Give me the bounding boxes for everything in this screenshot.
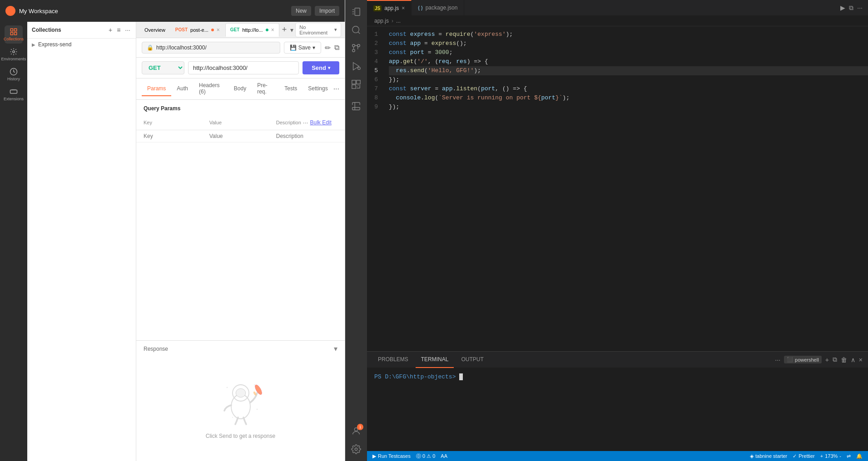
request-tabs-bar: Overview POST post-e... × GET http://lo.… bbox=[136, 22, 345, 38]
send-button[interactable]: Send ▾ bbox=[303, 61, 339, 74]
edit-url-button[interactable]: ✏ bbox=[325, 44, 331, 52]
response-chevron-icon: ▾ bbox=[334, 344, 337, 353]
svg-point-17 bbox=[352, 49, 355, 52]
code-editor[interactable]: 1 2 3 4 5 6 7 8 9 const express = requir… bbox=[367, 26, 868, 351]
svg-rect-0 bbox=[10, 29, 13, 31]
share-url-button[interactable]: ⧉ bbox=[334, 44, 339, 52]
line-num-3: 3 bbox=[367, 48, 385, 57]
statusbar-tabnine[interactable]: ◈ tabnine starter bbox=[750, 453, 787, 459]
editor-tabs: JS app.js × { } package.json ▶ ⧉ ··· bbox=[367, 0, 868, 16]
save-button[interactable]: 💾 Save ▾ bbox=[284, 42, 321, 54]
activity-search[interactable] bbox=[348, 22, 364, 38]
workspace-name: My Workspace bbox=[19, 8, 288, 15]
split-editor-button[interactable]: ⧉ bbox=[849, 4, 853, 12]
activity-accounts[interactable]: 1 bbox=[348, 423, 364, 439]
code-content[interactable]: const express = require('express'); cons… bbox=[385, 26, 868, 351]
terminal-split-button[interactable]: ⧉ bbox=[833, 356, 837, 363]
terminal-tab-output[interactable]: OUTPUT bbox=[456, 352, 489, 368]
tabs-dropdown-button[interactable]: ▾ bbox=[289, 25, 294, 34]
statusbar-run-tests[interactable]: ▶ Run Testcases bbox=[372, 453, 411, 459]
param-placeholder-row bbox=[136, 130, 345, 142]
terminal-tab-problems[interactable]: PROBLEMS bbox=[372, 352, 414, 368]
sidebar-item-environments[interactable]: Environments bbox=[5, 45, 23, 64]
activity-extensions[interactable] bbox=[348, 76, 364, 93]
send-dropdown-icon: ▾ bbox=[328, 65, 330, 70]
response-empty-message: Click Send to get a response bbox=[206, 433, 275, 439]
svg-point-11 bbox=[226, 387, 227, 388]
new-terminal-button[interactable]: + bbox=[825, 356, 829, 363]
sidebar-item-history[interactable]: History bbox=[5, 65, 23, 83]
table-actions: ··· Bulk Edit bbox=[303, 119, 332, 126]
statusbar-notifications[interactable]: 🔔 bbox=[856, 453, 863, 459]
editor-tab-actions: ▶ ⧉ ··· bbox=[835, 4, 868, 12]
save-icon: 💾 bbox=[290, 44, 297, 51]
terminal-close-button[interactable]: × bbox=[859, 356, 863, 363]
shell-selector[interactable]: ⬛ powershell bbox=[784, 356, 822, 363]
sort-collections-button[interactable]: ≡ bbox=[116, 25, 121, 34]
svg-rect-21 bbox=[352, 80, 356, 84]
svg-point-12 bbox=[256, 409, 257, 410]
terminal-tab-terminal[interactable]: TERMINAL bbox=[416, 352, 454, 368]
statusbar-errors[interactable]: ⓪ 0 ⚠ 0 bbox=[416, 453, 435, 460]
activity-run-debug[interactable] bbox=[348, 58, 364, 74]
activity-source-control[interactable] bbox=[348, 40, 364, 56]
line-numbers: 1 2 3 4 5 6 7 8 9 bbox=[367, 26, 385, 351]
env-selector[interactable]: No Environment ▾ bbox=[295, 23, 341, 37]
line-num-8: 8 bbox=[367, 93, 385, 103]
terminal-content[interactable]: PS D:\GFG\http-objects> bbox=[367, 368, 868, 451]
line-num-2: 2 bbox=[367, 39, 385, 48]
breadcrumb-separator: › bbox=[392, 18, 393, 24]
bulk-edit-button[interactable]: Bulk Edit bbox=[310, 119, 331, 126]
sidebar-item-collections[interactable]: Collections bbox=[5, 25, 23, 44]
tab-overview[interactable]: Overview bbox=[140, 23, 170, 37]
param-key-input[interactable] bbox=[144, 133, 195, 139]
url-input[interactable] bbox=[188, 61, 299, 74]
req-tab-tests[interactable]: Tests bbox=[279, 82, 303, 96]
shell-icon: ⬛ bbox=[787, 357, 793, 363]
tab-post-label: post-e... bbox=[190, 27, 208, 33]
req-tab-headers[interactable]: Headers (6) bbox=[193, 78, 228, 99]
req-tab-settings[interactable]: Settings bbox=[303, 82, 333, 96]
activity-settings[interactable] bbox=[348, 441, 364, 457]
tab-get-close[interactable]: × bbox=[271, 27, 274, 33]
more-collections-button[interactable]: ··· bbox=[124, 25, 131, 34]
editor-tab-packagejson[interactable]: { } package.json bbox=[412, 0, 464, 16]
vs-statusbar: ▶ Run Testcases ⓪ 0 ⚠ 0 AA ◈ tabnine sta… bbox=[367, 451, 868, 461]
svg-rect-23 bbox=[352, 85, 356, 88]
statusbar-zoom[interactable]: + 173% - bbox=[820, 453, 841, 459]
statusbar-font-size[interactable]: AA bbox=[441, 453, 447, 459]
activity-testing[interactable] bbox=[348, 98, 364, 114]
req-tab-body[interactable]: Body bbox=[228, 82, 252, 96]
statusbar-prettier[interactable]: ✓ Prettier bbox=[793, 453, 814, 459]
font-size-label: AA bbox=[441, 453, 447, 459]
method-select[interactable]: GET POST PUT DELETE bbox=[142, 61, 184, 74]
add-collection-button[interactable]: + bbox=[108, 25, 113, 34]
tab-get[interactable]: GET http://lo... × bbox=[225, 23, 279, 37]
add-tab-button[interactable]: + bbox=[282, 25, 287, 34]
collection-item-express-send[interactable]: ▶ Express-send bbox=[27, 39, 136, 50]
activity-explorer[interactable] bbox=[348, 4, 364, 20]
terminal-more-button[interactable]: ··· bbox=[775, 356, 780, 363]
env-badge[interactable]: No Environment ▾ bbox=[295, 23, 341, 37]
tab-post-close[interactable]: × bbox=[217, 27, 220, 33]
sidebar-history-label: History bbox=[7, 77, 20, 81]
statusbar-remote[interactable]: ⇌ bbox=[847, 453, 851, 459]
req-tab-prereq[interactable]: Pre-req. bbox=[252, 78, 279, 99]
editor-more-button[interactable]: ··· bbox=[857, 4, 863, 11]
req-tabs-more-button[interactable]: ··· bbox=[333, 85, 339, 93]
editor-tab-appjs[interactable]: JS app.js × bbox=[367, 0, 412, 16]
terminal-collapse-button[interactable]: ∧ bbox=[851, 356, 855, 363]
req-tab-params[interactable]: Params bbox=[142, 82, 171, 96]
param-desc-input[interactable] bbox=[276, 133, 337, 139]
req-tab-auth[interactable]: Auth bbox=[171, 82, 193, 96]
tab-appjs-close[interactable]: × bbox=[402, 5, 405, 11]
table-more-button[interactable]: ··· bbox=[303, 119, 308, 126]
terminal-prompt: PS D:\GFG\http-objects> bbox=[374, 373, 456, 380]
terminal-trash-button[interactable]: 🗑 bbox=[841, 356, 847, 363]
tab-post[interactable]: POST post-e... × bbox=[171, 23, 224, 37]
run-button[interactable]: ▶ bbox=[840, 4, 845, 11]
new-button[interactable]: New bbox=[291, 6, 311, 16]
param-value-input[interactable] bbox=[209, 133, 262, 139]
import-button[interactable]: Import bbox=[315, 6, 339, 16]
sidebar-item-extensions[interactable]: Extensions bbox=[5, 85, 23, 103]
